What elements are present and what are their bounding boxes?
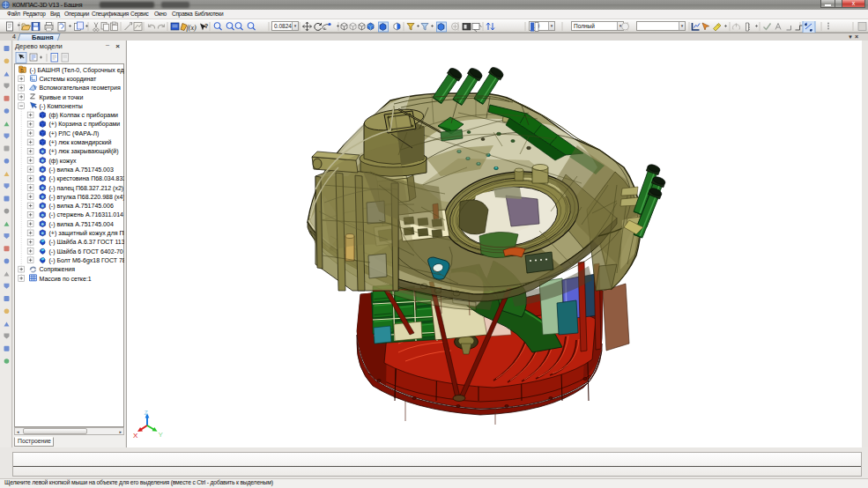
svg-text:(-) втулка П68.220.988 (х4): (-) втулка П68.220.988 (х4): [49, 194, 125, 201]
svg-text:(ф) кожух: (ф) кожух: [49, 158, 78, 165]
svg-text:Массив по сетке:1: Массив по сетке:1: [40, 276, 92, 282]
svg-text:f(x): f(x): [187, 24, 197, 32]
svg-text:(-) БАШНЯ (Тел-0, Сборочных ед: (-) БАШНЯ (Тел-0, Сборочных единиц: [30, 67, 125, 74]
svg-text:(-) Компоненты: (-) Компоненты: [40, 103, 83, 110]
svg-text:(-) вилка А.751745.006: (-) вилка А.751745.006: [49, 203, 114, 210]
svg-text:Кривые и точки: Кривые и точки: [40, 94, 84, 101]
svg-text:(+) РЛС (ФАРА-Л): (+) РЛС (ФАРА-Л): [49, 130, 100, 137]
svg-text:Системы координат: Системы координат: [40, 76, 98, 83]
svg-text:(+) защитный кожух для ПКТ: (+) защитный кожух для ПКТ: [49, 230, 125, 237]
svg-text:(-) стержень А.716311.014 (х2): (-) стержень А.716311.014 (х2): [49, 211, 125, 218]
svg-text:Сопряжения: Сопряжения: [40, 266, 76, 273]
svg-text:(-) Шайба А.6.37 ГОСТ 11371-: (-) Шайба А.6.37 ГОСТ 11371-: [49, 239, 125, 246]
svg-text:?: ?: [204, 23, 208, 29]
svg-text:(+) люк закрывающий(й): (+) люк закрывающий(й): [49, 148, 119, 155]
svg-text:(-) вилка А.751745.004: (-) вилка А.751745.004: [49, 221, 114, 228]
svg-text:(+) люк командирский: (+) люк командирский: [49, 139, 112, 146]
svg-text:(ф) Колпак с приборами: (ф) Колпак с приборами: [49, 112, 118, 119]
svg-text:(-) Шайба 6 ГОСТ 6402-70 (х2: (-) Шайба 6 ГОСТ 6402-70 (х2: [49, 248, 125, 255]
svg-text:(+) Корзина с приборами: (+) Корзина с приборами: [49, 121, 121, 128]
svg-text:(-) палец П68.327.212 (х2): (-) палец П68.327.212 (х2): [49, 185, 124, 192]
svg-text:Вспомогательная геометрия: Вспомогательная геометрия: [40, 85, 121, 92]
svg-text:(-) вилка А.751745.003: (-) вилка А.751745.003: [49, 166, 114, 174]
svg-text:(-) крестовина П68.034.833 (к: (-) крестовина П68.034.833 (к: [49, 175, 125, 182]
svg-text:Б: Б: [20, 68, 24, 73]
svg-text:(-) Болт М6-6gх18 ГОСТ 7805-: (-) Болт М6-6gх18 ГОСТ 7805-: [49, 257, 125, 264]
